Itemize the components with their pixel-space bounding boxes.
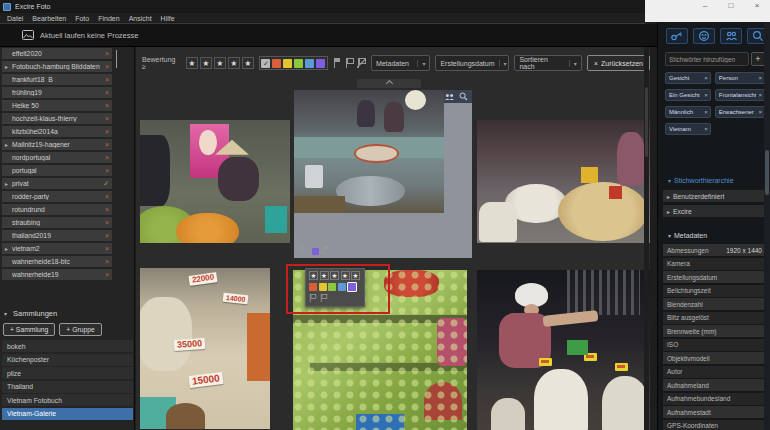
metadata-row[interactable]: GPS-Koordinaten [663, 420, 766, 430]
keyword-tag[interactable]: Vietnam× [665, 123, 711, 135]
folder-remove-icon[interactable]: × [105, 167, 109, 174]
grid-scrollbar[interactable] [644, 47, 649, 430]
folder-remove-icon[interactable]: × [105, 232, 109, 239]
metadata-row[interactable]: Autor [663, 366, 766, 378]
collections-header[interactable]: ▾ Sammlungen [4, 309, 57, 318]
metadata-row[interactable]: Objektivmodell [663, 352, 766, 364]
reject-flag-icon[interactable] [357, 58, 366, 68]
folder-item[interactable]: wahnerheide18-btc× [2, 256, 112, 267]
keyword-remove-icon[interactable]: × [758, 92, 762, 98]
color-filter-swatch[interactable] [283, 59, 292, 68]
folder-item[interactable]: frankfurt18_B× [2, 74, 112, 85]
color-filter-any[interactable]: ✓ [261, 59, 270, 68]
collection-item[interactable]: Vietnam Fotobuch [2, 394, 133, 406]
keyword-tag[interactable]: Frontalansicht× [715, 89, 765, 101]
folder-item[interactable]: ▸vietnam2× [2, 243, 112, 254]
keyword-tag[interactable]: Männlich× [665, 106, 711, 118]
folder-item[interactable]: frühling19× [2, 87, 112, 98]
folder-item[interactable]: rotundrund× [2, 204, 112, 215]
folder-item[interactable]: portugal× [2, 165, 112, 176]
metadata-row[interactable]: Kamera [663, 258, 766, 270]
expand-arrow-icon[interactable]: ▸ [667, 208, 670, 215]
folder-item[interactable]: Heike 50× [2, 100, 112, 111]
keyword-tag[interactable]: Ein Gesicht× [665, 89, 711, 101]
color-filter-swatch[interactable] [272, 59, 281, 68]
reset-filters-button[interactable]: × Zurücksetzen [587, 55, 650, 71]
people-icon[interactable] [444, 93, 455, 101]
people-icon[interactable] [720, 28, 742, 44]
maximize-button[interactable]: □ [718, 0, 744, 12]
folder-item[interactable]: rodder-party× [2, 191, 112, 202]
folder-remove-icon[interactable]: × [105, 115, 109, 122]
expand-arrow-icon[interactable]: ▸ [5, 245, 10, 252]
expand-arrow-icon[interactable]: ▸ [5, 141, 10, 148]
folder-item[interactable]: effelt2020× [2, 48, 112, 59]
collection-item[interactable]: Küchenposter [2, 354, 133, 366]
folder-remove-icon[interactable]: × [105, 258, 109, 265]
color-filter-swatch[interactable] [294, 59, 303, 68]
selected-photo-cell[interactable]: Heike-Stumper-vietnam-300445.jpg [294, 90, 472, 258]
keyword-tag[interactable]: Person× [715, 72, 765, 84]
metadata-row[interactable]: Aufnahmestadt [663, 406, 766, 418]
collapse-filterbar-button[interactable] [357, 79, 421, 88]
metadata-row[interactable]: Blitz ausgelöst [663, 312, 766, 324]
pick-flag-icon[interactable] [300, 246, 307, 254]
folder-item[interactable]: ▸privat✓ [2, 178, 112, 189]
photo-thumbnail-dried-goods[interactable] [477, 120, 650, 243]
add-group-button[interactable]: + Gruppe [59, 323, 102, 336]
folder-item[interactable]: straubing× [2, 217, 112, 228]
folder-remove-icon[interactable]: × [105, 206, 109, 213]
metadata-row[interactable]: Erstellungsdatum [663, 271, 766, 283]
keyword-input[interactable] [665, 52, 749, 66]
keyword-remove-icon[interactable]: × [704, 109, 708, 115]
folder-remove-icon[interactable]: × [105, 154, 109, 161]
menu-item-bearbeiten[interactable]: Bearbeiten [32, 15, 66, 22]
folder-item[interactable]: nordportugal× [2, 152, 112, 163]
metadata-row[interactable]: Aufnahmeland [663, 379, 766, 391]
photo-thumbnail-fish-market[interactable] [294, 90, 444, 213]
sort-by-dropdown[interactable]: Sortieren nach ▾ [514, 55, 581, 71]
folder-remove-icon[interactable]: × [105, 89, 109, 96]
menu-item-datei[interactable]: Datei [7, 15, 23, 22]
hierarchy-item[interactable]: ▸Excire [663, 205, 766, 217]
neutral-flag-icon[interactable] [345, 58, 354, 68]
close-button[interactable]: × [744, 0, 770, 12]
folder-remove-icon[interactable]: × [105, 50, 109, 57]
metadata-row[interactable]: Blendenzahl [663, 298, 766, 310]
folder-remove-icon[interactable]: × [105, 271, 109, 278]
folder-remove-icon[interactable]: × [105, 128, 109, 135]
rating-star[interactable]: ★ [242, 57, 254, 69]
keyword-remove-icon[interactable]: × [704, 126, 708, 132]
menu-item-foto[interactable]: Foto [75, 15, 89, 22]
expand-arrow-icon[interactable]: ▸ [667, 193, 670, 200]
keyword-remove-icon[interactable]: × [704, 92, 708, 98]
metadata-row[interactable]: ISO [663, 339, 766, 351]
metadata-row[interactable]: Brennweite (mm) [663, 325, 766, 337]
color-filter-swatch[interactable] [316, 59, 325, 68]
color-filter-swatch[interactable] [305, 59, 314, 68]
pick-flag-icon[interactable] [333, 58, 342, 68]
keyword-tag[interactable]: Erwachsener× [715, 106, 765, 118]
key-icon[interactable] [666, 28, 688, 44]
keyword-remove-icon[interactable]: × [758, 75, 762, 81]
expand-arrow-icon[interactable]: ▸ [5, 180, 10, 187]
folder-item[interactable]: ▸Mallnitz19-hagener× [2, 139, 112, 150]
keyword-hierarchy-header[interactable]: ▾ Stichworthierarchie [668, 177, 734, 184]
face-search-icon[interactable] [693, 28, 715, 44]
hierarchy-item[interactable]: ▸Benutzerdefiniert [663, 190, 766, 202]
menu-item-finden[interactable]: Finden [98, 15, 119, 22]
folder-item[interactable]: hochzeit-klaus-thierry× [2, 113, 112, 124]
metadata-row[interactable]: Abmessungen1920 x 1440 [663, 244, 766, 256]
photo-thumbnail-night-stall[interactable] [477, 270, 650, 430]
collection-item[interactable]: bokeh [2, 340, 133, 352]
folder-item[interactable]: thailand2019× [2, 230, 112, 241]
folder-scroll-up-icon[interactable] [116, 51, 122, 57]
metadata-row[interactable]: Belichtungszeit [663, 285, 766, 297]
rating-star[interactable]: ★ [200, 57, 212, 69]
menu-item-ansicht[interactable]: Ansicht [129, 15, 152, 22]
collection-item[interactable]: Thailand [2, 381, 133, 393]
expand-arrow-icon[interactable]: ▸ [5, 63, 10, 70]
folder-remove-icon[interactable]: × [105, 76, 109, 83]
keyword-tag[interactable]: Gesicht× [665, 72, 711, 84]
menu-item-hilfe[interactable]: Hilfe [161, 15, 175, 22]
